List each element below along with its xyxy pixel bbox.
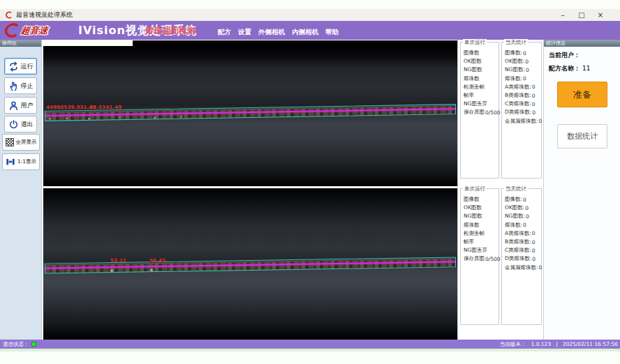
brand-swoosh-icon	[3, 23, 21, 40]
measurement-label: 53.11	[110, 258, 126, 264]
stat-row: 图像数:0	[505, 49, 540, 57]
minimize-button[interactable]: –	[559, 9, 567, 21]
comm-status-label: 通信状态：	[3, 341, 29, 348]
info-panel-title: 统计信息	[544, 40, 620, 47]
info-panel: 统计信息 当前用户： 配方名称：11 准备 数据统计	[543, 40, 620, 340]
stat-row: NG图数	[464, 66, 498, 74]
hand-icon	[8, 81, 19, 91]
stat-row: A类熔珠数:0	[505, 229, 540, 238]
measurement-label: 56.43	[149, 258, 165, 264]
exit-button[interactable]: 退出	[4, 116, 37, 132]
daily-stats-title: 当天统计	[504, 185, 528, 192]
stat-row: OK图数	[464, 204, 498, 212]
stat-row: 保存原图0/500	[464, 108, 498, 116]
comm-status-indicator	[31, 342, 36, 347]
stat-row: 熔珠数	[464, 75, 498, 83]
power-icon	[8, 119, 19, 130]
stat-row: NG图数:0	[505, 212, 540, 220]
stat-row: 金属屑熔珠数:0	[505, 117, 540, 126]
window-bottom-edge	[0, 349, 620, 351]
stat-row: 检测丢帧	[464, 83, 498, 91]
camera-view-top-strip	[133, 40, 457, 46]
status-bar: 通信状态： 当前版本： 1.0.123 | 2025/02/11 16:57:5…	[0, 340, 620, 349]
maximize-button[interactable]: □	[577, 9, 586, 21]
stat-row: 保存原图0/500	[464, 255, 498, 263]
single-run-panel-bottom: 单次运行 图像数OK图数NG图数熔珠数检测丢帧帧率NG图丢弃保存原图0/500	[460, 188, 499, 325]
statistics-columns: 单次运行 图像数OK图数NG图数熔珠数检测丢帧帧率NG图丢弃保存原图0/500 …	[457, 40, 543, 340]
user-button-label: 用户	[21, 101, 34, 110]
stat-row: D类熔珠数:0	[505, 255, 540, 263]
run-button[interactable]: 运行	[4, 58, 37, 75]
menu-item[interactable]: 帮助	[325, 28, 339, 37]
stat-row: B类熔珠数:0	[505, 91, 540, 100]
data-stats-button[interactable]: 数据统计	[557, 124, 607, 149]
user-button[interactable]: 用户	[4, 97, 37, 114]
stat-row: 图像数	[464, 195, 498, 204]
stat-row: 熔珠数:0	[505, 221, 540, 229]
single-run-panel-top: 单次运行 图像数OK图数NG图数熔珠数检测丢帧帧率NG图丢弃保存原图0/500	[460, 42, 499, 179]
stat-row: C类熔珠数:0	[505, 246, 540, 255]
outer-camera-view[interactable]: 44980539.931.49 31.5341.49	[43, 46, 457, 186]
brand-name: 超音速	[20, 24, 49, 37]
fullscreen-icon	[6, 138, 14, 146]
one-to-one-button[interactable]: 1:1显示	[2, 153, 40, 170]
spatter-dots	[110, 269, 113, 272]
stop-button[interactable]: 停止	[4, 77, 37, 94]
menu-item[interactable]: 配方	[218, 28, 231, 37]
app-header: 超音速 IVision视觉处理系统 配方设置外侧相机内侧相机帮助 设备编号：22…	[0, 21, 620, 40]
spatter-dots	[49, 118, 51, 120]
menu-item[interactable]: 外侧相机	[258, 28, 285, 37]
app-logo-icon	[5, 11, 13, 19]
inspection-mode-title: 熔珠端面检测	[145, 25, 195, 37]
stat-row: 检测丢帧	[464, 229, 498, 238]
stat-row: 帧率	[464, 91, 498, 100]
fullscreen-button-label: 全屏显示	[16, 139, 37, 146]
menu-item[interactable]: 内侧相机	[292, 28, 318, 37]
single-run-title: 单次运行	[463, 39, 487, 45]
daily-stats-title: 当天统计	[504, 39, 528, 45]
status-bar-right: 当前版本： 1.0.123 | 2025/02/11 16:57:56	[500, 341, 618, 348]
stat-row: NG图数	[464, 212, 498, 220]
operation-sidebar: 操作区 运行 停止 用户 退出 全屏显示 1:1显示	[0, 40, 42, 340]
stat-row: 金属屑熔珠数:0	[505, 264, 540, 272]
run-button-label: 运行	[21, 62, 34, 71]
run-loop-icon	[8, 61, 19, 72]
version-value: 1.0.123	[531, 341, 552, 347]
stat-row: 图像数:0	[505, 195, 540, 204]
menu-bar: 配方设置外侧相机内侧相机帮助	[218, 28, 339, 37]
ready-button[interactable]: 准备	[557, 82, 607, 107]
data-stats-button-label: 数据统计	[567, 131, 598, 142]
stat-row: 熔珠数:0	[505, 75, 540, 83]
fullscreen-button[interactable]: 全屏显示	[2, 134, 40, 151]
window-title: 超音速视觉处理系统	[16, 10, 73, 20]
close-button[interactable]: ×	[596, 9, 605, 21]
stat-row: 图像数	[464, 49, 498, 57]
inner-camera-view[interactable]: 53.11 56.43	[43, 188, 457, 340]
recipe-name-label: 配方名称：	[549, 65, 580, 72]
window-controls: – □ ×	[559, 9, 605, 21]
stat-row: NG图丢弃	[464, 246, 498, 255]
user-icon	[8, 100, 19, 111]
stat-row: A类熔珠数:0	[505, 83, 540, 91]
stat-row: OK图数:0	[505, 204, 540, 212]
stat-row: 帧率	[464, 238, 498, 246]
exit-button-label: 退出	[21, 120, 34, 129]
one-to-one-icon	[6, 157, 15, 167]
menu-item[interactable]: 设置	[238, 28, 251, 37]
version-label: 当前版本：	[500, 341, 526, 348]
stop-button-label: 停止	[21, 82, 34, 91]
stat-row: OK图数	[464, 57, 498, 66]
stat-row: 熔珠数	[464, 221, 498, 229]
stat-row: OK图数:0	[505, 57, 540, 66]
os-titlebar: 超音速视觉处理系统 – □ ×	[0, 9, 620, 22]
stat-row: C类熔珠数:0	[505, 100, 540, 108]
single-run-title: 单次运行	[463, 185, 487, 192]
stat-row: NG图数:0	[505, 66, 540, 74]
one-to-one-button-label: 1:1显示	[17, 158, 36, 165]
stat-row: B类熔珠数:0	[505, 238, 540, 246]
daily-stats-panel-top: 当天统计 图像数:0OK图数:0NG图数:0熔珠数:0A类熔珠数:0B类熔珠数:…	[501, 42, 542, 179]
measurement-label: 31.5341.49	[89, 105, 121, 110]
stat-row: NG图丢弃	[464, 100, 498, 108]
measurement-label: 44980539.931.49	[46, 105, 96, 110]
current-user-label: 当前用户：	[549, 52, 580, 59]
